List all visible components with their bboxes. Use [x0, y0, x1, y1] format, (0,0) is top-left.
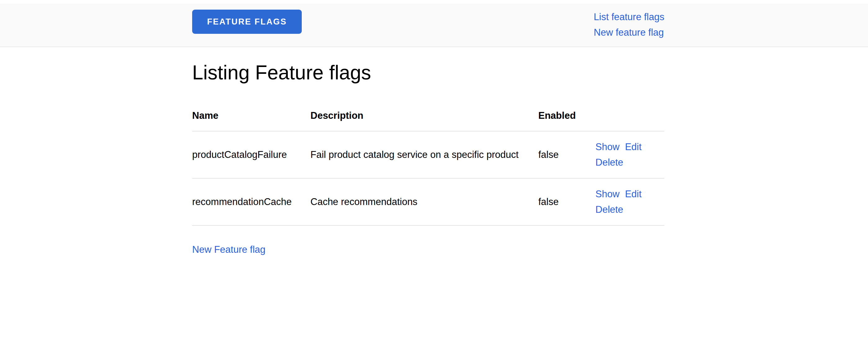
show-link[interactable]: Show [595, 188, 620, 200]
header-nav: List feature flags New feature flag [594, 9, 664, 40]
column-header-enabled: Enabled [538, 101, 595, 131]
table-header: Name Description Enabled [192, 101, 664, 131]
table-row: recommendationCache Cache recommendation… [192, 178, 664, 225]
edit-link[interactable]: Edit [625, 141, 641, 152]
column-header-name: Name [192, 101, 310, 131]
column-header-actions [595, 101, 664, 131]
actions-cell: Show Edit Delete [595, 178, 664, 225]
header-container: FEATURE FLAGS List feature flags New fea… [192, 4, 664, 40]
feature-flags-brand-button[interactable]: FEATURE FLAGS [192, 10, 302, 34]
new-feature-flag-link[interactable]: New Feature flag [192, 244, 266, 255]
actions-cell: Show Edit Delete [595, 131, 664, 178]
show-link[interactable]: Show [595, 141, 620, 152]
feature-flags-table: Name Description Enabled productCatalogF… [192, 101, 664, 226]
edit-link[interactable]: Edit [625, 188, 641, 200]
action-line: Delete [595, 155, 664, 170]
column-header-description: Description [310, 101, 538, 131]
flag-enabled-value: false [538, 178, 595, 225]
delete-link[interactable]: Delete [595, 204, 623, 215]
action-line: Delete [595, 202, 664, 217]
action-line: Show Edit [595, 186, 664, 202]
nav-link-list-feature-flags[interactable]: List feature flags [594, 9, 664, 25]
main-content: Listing Feature flags Name Description E… [192, 61, 664, 257]
flag-enabled-value: false [538, 131, 595, 178]
flag-name: productCatalogFailure [192, 131, 310, 178]
flag-description: Fail product catalog service on a specif… [310, 131, 538, 178]
table-row: productCatalogFailure Fail product catal… [192, 131, 664, 178]
page-title: Listing Feature flags [192, 61, 664, 84]
table-header-row: Name Description Enabled [192, 101, 664, 131]
header-bar: FEATURE FLAGS List feature flags New fea… [0, 4, 868, 47]
action-line: Show Edit [595, 139, 664, 155]
flag-description: Cache recommendations [310, 178, 538, 225]
delete-link[interactable]: Delete [595, 157, 623, 168]
flag-name: recommendationCache [192, 178, 310, 225]
nav-link-new-feature-flag[interactable]: New feature flag [594, 25, 664, 40]
footer-link-container: New Feature flag [192, 242, 664, 257]
